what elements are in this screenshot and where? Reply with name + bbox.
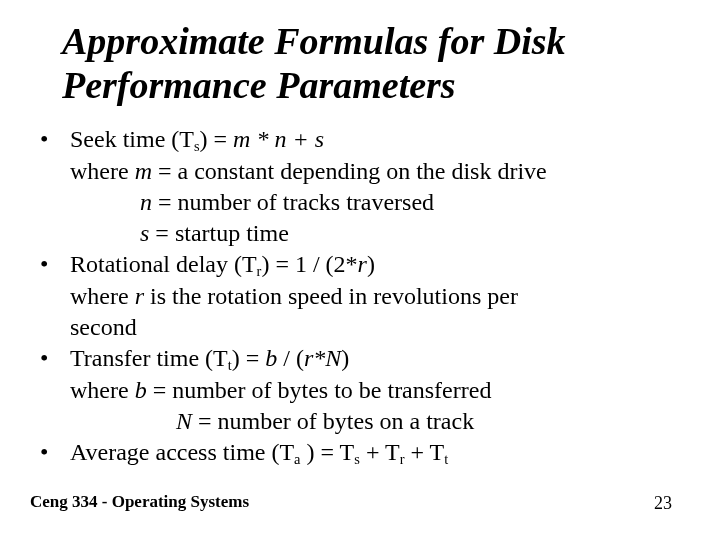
text: N = number of bytes on a track <box>176 408 474 434</box>
text: ) <box>341 345 349 371</box>
bullet-transfer-time: •Transfer time (Tt) = b / (r*N) <box>40 344 692 373</box>
line-where-b: where b = number of bytes to be transfer… <box>40 376 692 405</box>
text: Seek time (T <box>70 126 194 152</box>
slide-title: Approximate Formulas for Disk Performanc… <box>0 0 720 111</box>
italic-text: b <box>265 345 277 371</box>
text: second <box>70 314 137 340</box>
italic-text: r*N <box>304 345 341 371</box>
subscript: s <box>194 138 200 154</box>
text: where <box>70 283 135 309</box>
text: ) = 1 / (2* <box>261 251 357 277</box>
bullet-dot: • <box>40 438 70 467</box>
bullet-text: Rotational delay (Tr) = 1 / (2*r) <box>70 250 680 279</box>
text: / ( <box>277 345 304 371</box>
text: ) <box>367 251 375 277</box>
line-capital-n: N = number of bytes on a track <box>40 407 692 436</box>
italic-text: b <box>135 377 147 403</box>
text: + T <box>360 439 400 465</box>
footer-page-number: 23 <box>654 493 672 514</box>
text: where r is the rotation speed in revolut… <box>70 282 680 311</box>
text: = startup time <box>149 220 289 246</box>
text: = a constant depending on the disk drive <box>152 158 547 184</box>
subscript: r <box>400 451 405 467</box>
bullet-rotational-delay: •Rotational delay (Tr) = 1 / (2*r) <box>40 250 692 279</box>
italic-text: m <box>135 158 152 184</box>
text: n = number of tracks traversed <box>140 189 434 215</box>
text: Transfer time (T <box>70 345 228 371</box>
line-second: second <box>40 313 692 342</box>
bullet-dot: • <box>40 344 70 373</box>
text: where b = number of bytes to be transfer… <box>70 376 680 405</box>
text: where <box>70 158 135 184</box>
text: + T <box>404 439 444 465</box>
text: where <box>70 377 135 403</box>
italic-text: r <box>135 283 144 309</box>
bullet-average-access: •Average access time (Ta ) = Ts + Tr + T… <box>40 438 692 467</box>
text: s = startup time <box>140 220 289 246</box>
slide: Approximate Formulas for Disk Performanc… <box>0 0 720 540</box>
bullet-text: Average access time (Ta ) = Ts + Tr + Tt <box>70 438 680 467</box>
line-where-m: where m = a constant depending on the di… <box>40 157 692 186</box>
line-n: n = number of tracks traversed <box>40 188 692 217</box>
italic-text: s <box>140 220 149 246</box>
title-line-1: Approximate Formulas for Disk <box>62 20 566 62</box>
subscript: t <box>444 451 448 467</box>
text: ) = <box>200 126 234 152</box>
subscript: a <box>294 451 300 467</box>
bullet-dot: • <box>40 125 70 154</box>
slide-body: •Seek time (Ts) = m * n + s where m = a … <box>0 111 720 467</box>
text: = number of bytes to be transferred <box>147 377 492 403</box>
title-line-2: Performance Parameters <box>62 64 456 106</box>
text: is the rotation speed in revolutions per <box>144 283 518 309</box>
text: = number of bytes on a track <box>192 408 474 434</box>
text: = number of tracks traversed <box>152 189 434 215</box>
bullet-seek-time: •Seek time (Ts) = m * n + s <box>40 125 692 154</box>
line-where-r: where r is the rotation speed in revolut… <box>40 282 692 311</box>
text: ) = <box>232 345 266 371</box>
text: Average access time (T <box>70 439 294 465</box>
italic-text: r <box>358 251 367 277</box>
italic-text: n <box>140 189 152 215</box>
text: Rotational delay (T <box>70 251 257 277</box>
italic-text: m * n + s <box>233 126 324 152</box>
subscript: r <box>257 263 262 279</box>
subscript: s <box>354 451 360 467</box>
bullet-dot: • <box>40 250 70 279</box>
subscript: t <box>228 357 232 373</box>
footer-course: Ceng 334 - Operating Systems <box>30 492 249 512</box>
line-s: s = startup time <box>40 219 692 248</box>
text: where m = a constant depending on the di… <box>70 157 680 186</box>
italic-text: N <box>176 408 192 434</box>
text: ) = T <box>301 439 355 465</box>
bullet-text: Seek time (Ts) = m * n + s <box>70 125 680 154</box>
bullet-text: Transfer time (Tt) = b / (r*N) <box>70 344 680 373</box>
